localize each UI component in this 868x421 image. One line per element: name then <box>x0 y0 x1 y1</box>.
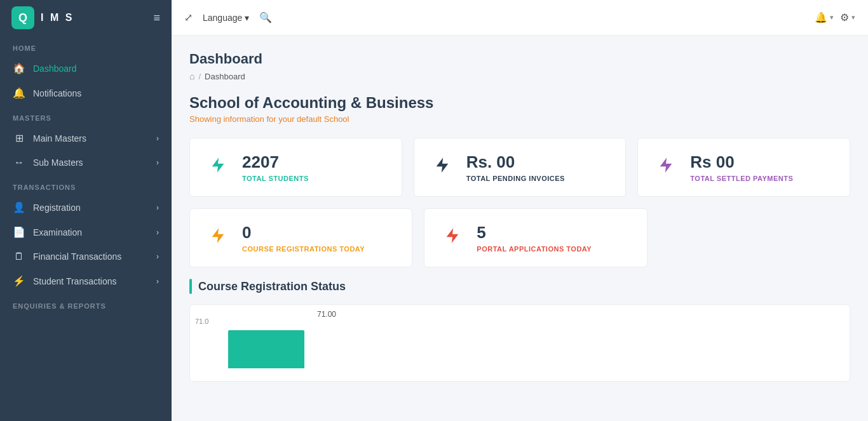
school-name: School of Accounting & Business <box>189 94 850 112</box>
stat-label-course-reg: COURSE REGISTRATIONS TODAY <box>242 245 365 253</box>
sidebar-item-main-masters[interactable]: ⊞ Main Masters › <box>0 126 172 150</box>
sidebar-item-financial-transactions[interactable]: 🗒 Financial Transactions › <box>0 244 172 269</box>
stat-card-portal-applications: 5 PORTAL APPLICATIONS TODAY <box>424 208 647 267</box>
chevron-down-icon: ▾ <box>851 13 855 22</box>
fullscreen-button[interactable]: ⤢ <box>184 11 193 23</box>
stats-row-1: 2207 TOTAL STUDENTS Rs. 00 TOTAL PENDING… <box>189 138 850 197</box>
sidebar-toggle-button[interactable]: ≡ <box>153 11 160 25</box>
sidebar: Q I M S ≡ HOME 🏠 Dashboard 🔔 Notificatio… <box>0 0 172 421</box>
breadcrumb-separator: / <box>198 72 201 81</box>
bolt-icon-dark <box>430 156 455 178</box>
sidebar-section-enquiries: ENQUIRIES & REPORTS <box>0 293 172 314</box>
search-icon: 🔍 <box>259 11 272 23</box>
chevron-down-icon: ▾ <box>830 13 834 22</box>
sidebar-item-label: Financial Transactions <box>33 251 121 262</box>
sidebar-item-examination[interactable]: 📄 Examination › <box>0 220 172 244</box>
breadcrumb: ⌂ / Dashboard <box>189 71 850 81</box>
svg-marker-3 <box>212 228 224 243</box>
stat-value-course-reg: 0 <box>242 223 365 243</box>
grid-icon: ⊞ <box>13 132 25 144</box>
document-icon: 🗒 <box>13 251 25 262</box>
svg-marker-0 <box>212 157 224 172</box>
chart-icon: ⚡ <box>13 275 25 287</box>
settings-button[interactable]: ⚙ ▾ <box>840 11 855 23</box>
stat-label-payments: TOTAL SETTLED PAYMENTS <box>690 175 793 182</box>
bolt-icon-green <box>205 156 231 178</box>
svg-marker-2 <box>660 157 672 172</box>
sidebar-item-registration[interactable]: 👤 Registration › <box>0 195 172 220</box>
stat-card-course-registrations: 0 COURSE REGISTRATIONS TODAY <box>189 208 412 267</box>
stats-empty-slot <box>659 208 850 267</box>
fullscreen-icon: ⤢ <box>184 11 193 23</box>
topbar: ⤢ Language ▾ 🔍 🔔 ▾ ⚙ ▾ <box>172 0 868 36</box>
sidebar-item-label: Student Transactions <box>33 276 117 286</box>
topbar-left: ⤢ Language ▾ 🔍 <box>184 11 804 23</box>
sidebar-item-notifications[interactable]: 🔔 Notifications <box>0 81 172 105</box>
sidebar-section-masters: MASTERS <box>0 105 172 126</box>
stat-info-invoices: Rs. 00 TOTAL PENDING INVOICES <box>466 152 565 182</box>
sidebar-section-home: HOME <box>0 36 172 56</box>
sidebar-item-label: Examination <box>33 227 82 237</box>
chart-bar-container <box>203 317 837 368</box>
sidebar-item-student-transactions[interactable]: ⚡ Student Transactions › <box>0 269 172 293</box>
user-icon: 👤 <box>13 201 25 213</box>
logo-icon: Q <box>11 6 34 29</box>
logo-text: I M S <box>41 12 74 23</box>
stat-label-students: TOTAL STUDENTS <box>242 175 309 182</box>
language-selector[interactable]: Language ▾ <box>203 13 249 23</box>
chart-area: 71.0 71.00 <box>189 304 850 382</box>
sidebar-item-label: Notifications <box>33 88 81 98</box>
stat-value-payments: Rs 00 <box>690 152 793 172</box>
chevron-down-icon: ▾ <box>245 13 249 23</box>
chevron-right-icon: › <box>156 277 159 286</box>
stat-value-portal-app: 5 <box>477 223 592 243</box>
breadcrumb-current: Dashboard <box>205 72 245 81</box>
stat-card-total-students: 2207 TOTAL STUDENTS <box>189 138 402 197</box>
sidebar-item-label: Main Masters <box>33 133 86 144</box>
bolt-icon-red <box>440 227 465 249</box>
home-icon: 🏠 <box>13 62 25 74</box>
sidebar-logo: Q I M S <box>11 6 74 29</box>
stat-info-portal-app: 5 PORTAL APPLICATIONS TODAY <box>477 223 592 253</box>
chevron-right-icon: › <box>156 228 159 237</box>
stat-card-pending-invoices: Rs. 00 TOTAL PENDING INVOICES <box>414 138 627 197</box>
stat-label-invoices: TOTAL PENDING INVOICES <box>466 175 565 182</box>
chart-top-value-label: 71.00 <box>317 310 336 319</box>
gear-icon: ⚙ <box>840 11 849 23</box>
bolt-icon-purple <box>653 156 679 178</box>
sidebar-header: Q I M S ≡ <box>0 0 172 36</box>
stat-value-invoices: Rs. 00 <box>466 152 565 172</box>
sidebar-item-label: Dashboard <box>33 63 77 74</box>
topbar-right: 🔔 ▾ ⚙ ▾ <box>815 11 855 23</box>
course-registration-section: Course Registration Status <box>189 279 850 294</box>
chevron-right-icon: › <box>156 203 159 212</box>
breadcrumb-home-icon: ⌂ <box>189 71 194 81</box>
sidebar-section-transactions: TRANSACTIONS <box>0 175 172 195</box>
stat-card-settled-payments: Rs 00 TOTAL SETTLED PAYMENTS <box>637 138 850 197</box>
content-area: Dashboard ⌂ / Dashboard School of Accoun… <box>172 36 868 421</box>
stat-value-students: 2207 <box>242 152 309 172</box>
main-content: ⤢ Language ▾ 🔍 🔔 ▾ ⚙ ▾ Dashboard ⌂ <box>172 0 868 421</box>
notifications-button[interactable]: 🔔 ▾ <box>815 11 834 23</box>
chart-y-label: 71.0 <box>195 317 208 325</box>
chevron-right-icon: › <box>156 158 159 167</box>
bolt-icon-orange <box>205 227 231 249</box>
language-label: Language <box>203 13 242 23</box>
page-title: Dashboard <box>189 51 850 67</box>
share-icon: ↔ <box>13 157 25 168</box>
stat-info-students: 2207 TOTAL STUDENTS <box>242 152 309 182</box>
sidebar-item-dashboard[interactable]: 🏠 Dashboard <box>0 56 172 81</box>
svg-marker-1 <box>436 157 448 172</box>
stat-label-portal-app: PORTAL APPLICATIONS TODAY <box>477 245 592 253</box>
school-subtitle: Showing information for your default Sch… <box>189 114 850 124</box>
file-icon: 📄 <box>13 226 25 238</box>
section-accent-bar <box>189 279 192 294</box>
stat-info-payments: Rs 00 TOTAL SETTLED PAYMENTS <box>690 152 793 182</box>
svg-marker-4 <box>447 228 459 243</box>
search-button[interactable]: 🔍 <box>259 11 272 23</box>
bell-icon: 🔔 <box>815 11 827 23</box>
section-title: Course Registration Status <box>198 280 346 293</box>
chart-bar <box>228 330 304 368</box>
sidebar-item-sub-masters[interactable]: ↔ Sub Masters › <box>0 150 172 175</box>
sidebar-item-label: Sub Masters <box>33 157 83 168</box>
